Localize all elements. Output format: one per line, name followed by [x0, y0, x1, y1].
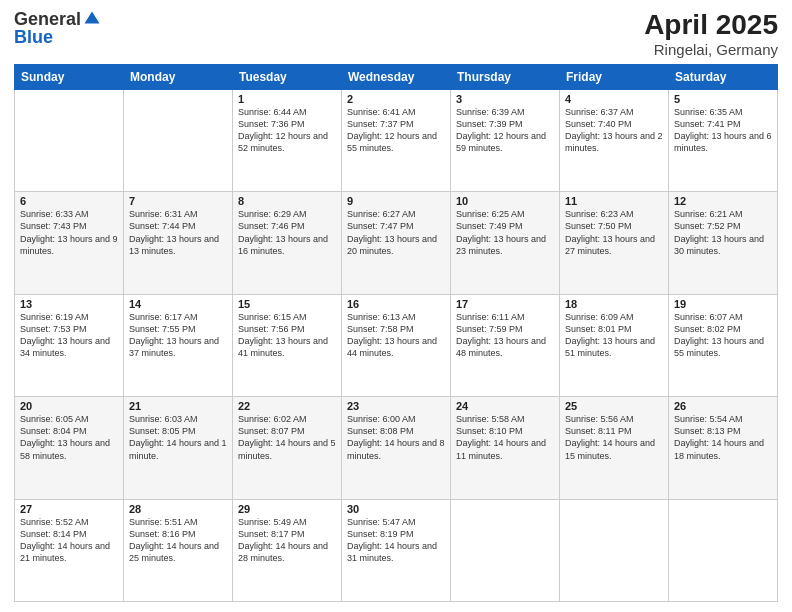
day-number: 22: [238, 400, 336, 412]
calendar-cell: 3Sunrise: 6:39 AMSunset: 7:39 PMDaylight…: [451, 89, 560, 191]
day-number: 18: [565, 298, 663, 310]
day-info: Sunrise: 6:39 AMSunset: 7:39 PMDaylight:…: [456, 106, 554, 155]
day-number: 27: [20, 503, 118, 515]
calendar-cell: 8Sunrise: 6:29 AMSunset: 7:46 PMDaylight…: [233, 192, 342, 294]
day-number: 5: [674, 93, 772, 105]
day-number: 6: [20, 195, 118, 207]
day-info: Sunrise: 6:11 AMSunset: 7:59 PMDaylight:…: [456, 311, 554, 360]
calendar-header-friday: Friday: [560, 64, 669, 89]
calendar-cell: 28Sunrise: 5:51 AMSunset: 8:16 PMDayligh…: [124, 499, 233, 601]
calendar-header-thursday: Thursday: [451, 64, 560, 89]
day-info: Sunrise: 6:35 AMSunset: 7:41 PMDaylight:…: [674, 106, 772, 155]
day-info: Sunrise: 6:07 AMSunset: 8:02 PMDaylight:…: [674, 311, 772, 360]
calendar-cell: [124, 89, 233, 191]
day-info: Sunrise: 5:56 AMSunset: 8:11 PMDaylight:…: [565, 413, 663, 462]
day-number: 19: [674, 298, 772, 310]
calendar-cell: 15Sunrise: 6:15 AMSunset: 7:56 PMDayligh…: [233, 294, 342, 396]
day-number: 21: [129, 400, 227, 412]
calendar-cell: 27Sunrise: 5:52 AMSunset: 8:14 PMDayligh…: [15, 499, 124, 601]
day-info: Sunrise: 6:21 AMSunset: 7:52 PMDaylight:…: [674, 208, 772, 257]
day-info: Sunrise: 6:02 AMSunset: 8:07 PMDaylight:…: [238, 413, 336, 462]
day-number: 7: [129, 195, 227, 207]
calendar-week-0: 1Sunrise: 6:44 AMSunset: 7:36 PMDaylight…: [15, 89, 778, 191]
day-info: Sunrise: 5:58 AMSunset: 8:10 PMDaylight:…: [456, 413, 554, 462]
day-number: 13: [20, 298, 118, 310]
calendar-header-monday: Monday: [124, 64, 233, 89]
calendar-cell: 29Sunrise: 5:49 AMSunset: 8:17 PMDayligh…: [233, 499, 342, 601]
day-number: 12: [674, 195, 772, 207]
day-info: Sunrise: 6:17 AMSunset: 7:55 PMDaylight:…: [129, 311, 227, 360]
header: General Blue April 2025 Ringelai, German…: [14, 10, 778, 58]
day-info: Sunrise: 6:31 AMSunset: 7:44 PMDaylight:…: [129, 208, 227, 257]
day-info: Sunrise: 6:41 AMSunset: 7:37 PMDaylight:…: [347, 106, 445, 155]
calendar-cell: 2Sunrise: 6:41 AMSunset: 7:37 PMDaylight…: [342, 89, 451, 191]
calendar-cell: [15, 89, 124, 191]
calendar-cell: 17Sunrise: 6:11 AMSunset: 7:59 PMDayligh…: [451, 294, 560, 396]
day-info: Sunrise: 6:19 AMSunset: 7:53 PMDaylight:…: [20, 311, 118, 360]
day-number: 1: [238, 93, 336, 105]
calendar-cell: 18Sunrise: 6:09 AMSunset: 8:01 PMDayligh…: [560, 294, 669, 396]
calendar-cell: [451, 499, 560, 601]
day-info: Sunrise: 6:27 AMSunset: 7:47 PMDaylight:…: [347, 208, 445, 257]
svg-marker-0: [85, 12, 100, 24]
day-number: 24: [456, 400, 554, 412]
location-title: Ringelai, Germany: [644, 41, 778, 58]
calendar-cell: 10Sunrise: 6:25 AMSunset: 7:49 PMDayligh…: [451, 192, 560, 294]
day-info: Sunrise: 6:25 AMSunset: 7:49 PMDaylight:…: [456, 208, 554, 257]
logo-general: General: [14, 10, 81, 28]
calendar-week-4: 27Sunrise: 5:52 AMSunset: 8:14 PMDayligh…: [15, 499, 778, 601]
calendar-cell: 16Sunrise: 6:13 AMSunset: 7:58 PMDayligh…: [342, 294, 451, 396]
day-number: 26: [674, 400, 772, 412]
calendar-week-3: 20Sunrise: 6:05 AMSunset: 8:04 PMDayligh…: [15, 397, 778, 499]
calendar-cell: 19Sunrise: 6:07 AMSunset: 8:02 PMDayligh…: [669, 294, 778, 396]
day-number: 4: [565, 93, 663, 105]
calendar-cell: 6Sunrise: 6:33 AMSunset: 7:43 PMDaylight…: [15, 192, 124, 294]
calendar-header-row: SundayMondayTuesdayWednesdayThursdayFrid…: [15, 64, 778, 89]
calendar-cell: 23Sunrise: 6:00 AMSunset: 8:08 PMDayligh…: [342, 397, 451, 499]
calendar-header-sunday: Sunday: [15, 64, 124, 89]
day-number: 8: [238, 195, 336, 207]
day-info: Sunrise: 6:33 AMSunset: 7:43 PMDaylight:…: [20, 208, 118, 257]
day-number: 30: [347, 503, 445, 515]
calendar-week-2: 13Sunrise: 6:19 AMSunset: 7:53 PMDayligh…: [15, 294, 778, 396]
calendar-cell: 26Sunrise: 5:54 AMSunset: 8:13 PMDayligh…: [669, 397, 778, 499]
day-number: 15: [238, 298, 336, 310]
calendar-cell: 30Sunrise: 5:47 AMSunset: 8:19 PMDayligh…: [342, 499, 451, 601]
day-info: Sunrise: 6:05 AMSunset: 8:04 PMDaylight:…: [20, 413, 118, 462]
calendar-cell: 24Sunrise: 5:58 AMSunset: 8:10 PMDayligh…: [451, 397, 560, 499]
logo: General Blue: [14, 10, 101, 46]
day-number: 28: [129, 503, 227, 515]
calendar-cell: [560, 499, 669, 601]
day-number: 3: [456, 93, 554, 105]
logo-icon: [83, 10, 101, 28]
day-info: Sunrise: 6:09 AMSunset: 8:01 PMDaylight:…: [565, 311, 663, 360]
day-info: Sunrise: 6:37 AMSunset: 7:40 PMDaylight:…: [565, 106, 663, 155]
day-number: 20: [20, 400, 118, 412]
day-info: Sunrise: 6:15 AMSunset: 7:56 PMDaylight:…: [238, 311, 336, 360]
day-number: 23: [347, 400, 445, 412]
day-info: Sunrise: 6:23 AMSunset: 7:50 PMDaylight:…: [565, 208, 663, 257]
calendar-header-tuesday: Tuesday: [233, 64, 342, 89]
day-number: 25: [565, 400, 663, 412]
day-info: Sunrise: 5:49 AMSunset: 8:17 PMDaylight:…: [238, 516, 336, 565]
day-number: 17: [456, 298, 554, 310]
calendar-cell: 5Sunrise: 6:35 AMSunset: 7:41 PMDaylight…: [669, 89, 778, 191]
day-number: 2: [347, 93, 445, 105]
calendar-cell: 21Sunrise: 6:03 AMSunset: 8:05 PMDayligh…: [124, 397, 233, 499]
calendar-cell: 1Sunrise: 6:44 AMSunset: 7:36 PMDaylight…: [233, 89, 342, 191]
calendar-cell: 7Sunrise: 6:31 AMSunset: 7:44 PMDaylight…: [124, 192, 233, 294]
day-number: 16: [347, 298, 445, 310]
day-info: Sunrise: 5:52 AMSunset: 8:14 PMDaylight:…: [20, 516, 118, 565]
day-info: Sunrise: 6:00 AMSunset: 8:08 PMDaylight:…: [347, 413, 445, 462]
day-number: 14: [129, 298, 227, 310]
month-title: April 2025: [644, 10, 778, 41]
day-number: 9: [347, 195, 445, 207]
logo-blue: Blue: [14, 28, 101, 46]
day-number: 10: [456, 195, 554, 207]
day-info: Sunrise: 5:54 AMSunset: 8:13 PMDaylight:…: [674, 413, 772, 462]
calendar-cell: 12Sunrise: 6:21 AMSunset: 7:52 PMDayligh…: [669, 192, 778, 294]
day-info: Sunrise: 6:44 AMSunset: 7:36 PMDaylight:…: [238, 106, 336, 155]
calendar-table: SundayMondayTuesdayWednesdayThursdayFrid…: [14, 64, 778, 602]
title-block: April 2025 Ringelai, Germany: [644, 10, 778, 58]
day-number: 11: [565, 195, 663, 207]
